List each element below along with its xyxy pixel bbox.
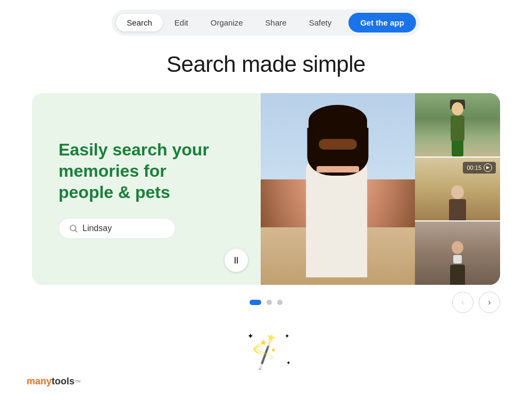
- main-person-photo: [261, 93, 415, 285]
- sparkle-icon-tl: ✦: [247, 332, 254, 340]
- magic-wand-area: 🪄 ✦ ✦ ✦: [0, 337, 532, 367]
- arrow-right-icon: ›: [488, 298, 491, 307]
- dot-1[interactable]: [250, 300, 261, 305]
- arrow-left-icon: ‹: [461, 298, 464, 307]
- main-photo: [261, 93, 415, 285]
- video-duration-badge: 00:15 ▶: [463, 162, 496, 174]
- person-figure-3: [450, 241, 465, 285]
- sparkle-icon-br: ✦: [286, 360, 290, 366]
- nav-item-edit[interactable]: Edit: [164, 14, 199, 31]
- carousel-dots: [250, 300, 282, 305]
- dot-3[interactable]: [277, 300, 282, 305]
- play-icon: ▶: [484, 163, 492, 172]
- left-panel: Easily search your memories for people &…: [32, 93, 261, 285]
- card-heading: Easily search your memories for people &…: [59, 139, 239, 203]
- pause-button[interactable]: ⏸: [225, 249, 248, 272]
- next-arrow-button[interactable]: ›: [479, 292, 500, 313]
- pause-icon: ⏸: [231, 255, 241, 266]
- prev-arrow-button[interactable]: ‹: [452, 292, 473, 313]
- side-photos-grid: 00:15 ▶: [415, 93, 500, 285]
- person-figure-2: [449, 185, 466, 220]
- footer-brand: manytools™: [27, 376, 81, 387]
- play-triangle: ▶: [486, 165, 489, 170]
- search-value: Lindsay: [82, 224, 112, 233]
- svg-line-1: [75, 230, 77, 232]
- side-photo-2: 00:15 ▶: [415, 158, 500, 221]
- nav-item-safety[interactable]: Safety: [298, 14, 343, 31]
- get-app-button[interactable]: Get the app: [348, 13, 416, 32]
- sparkle-icon-tr: ✦: [285, 333, 289, 340]
- head: [452, 102, 463, 116]
- dot-2[interactable]: [267, 300, 272, 305]
- nav-item-share[interactable]: Share: [255, 14, 297, 31]
- nav-item-search[interactable]: Search: [116, 14, 163, 31]
- side-photo-1: [415, 93, 500, 157]
- carousel-arrows: ‹ ›: [452, 292, 500, 313]
- nav-item-organize[interactable]: Organize: [200, 14, 254, 31]
- nav-pill: Search Edit Organize Share Safety Get th…: [112, 10, 420, 36]
- body: [451, 116, 464, 141]
- right-panel: 00:15 ▶: [261, 93, 500, 285]
- side-photo-3: [415, 221, 500, 285]
- brand-name: manytools™: [27, 376, 81, 387]
- demo-search-box[interactable]: Lindsay: [59, 218, 176, 239]
- navigation-bar: Search Edit Organize Share Safety Get th…: [0, 0, 532, 41]
- person-figure-1: [442, 100, 473, 157]
- video-time: 00:15: [467, 165, 481, 171]
- page-headline: Search made simple: [0, 52, 532, 77]
- carousel-controls: ‹ ›: [0, 300, 532, 305]
- search-icon: [69, 224, 78, 233]
- main-feature-card: Easily search your memories for people &…: [32, 93, 500, 285]
